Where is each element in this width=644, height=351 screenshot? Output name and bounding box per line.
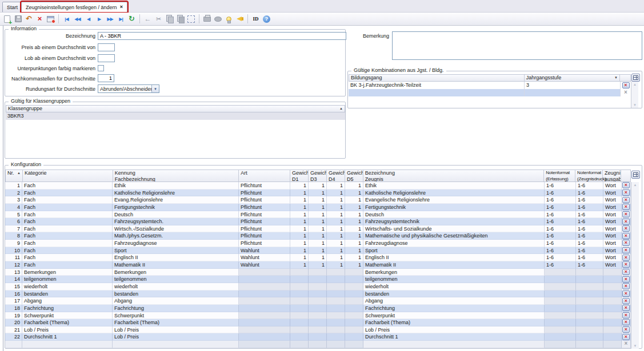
cell-delete[interactable]: × [622, 312, 631, 320]
cell-gewicht-d4[interactable] [327, 297, 345, 305]
cell-art[interactable]: Pflichtunt [239, 189, 290, 197]
cell-nr[interactable]: 11 [5, 254, 22, 261]
id-button[interactable]: ID [250, 14, 261, 25]
nav-next-fast-button[interactable]: ▶▶ [105, 14, 115, 25]
cell-nr[interactable]: 12 [5, 261, 22, 269]
cell-zeugnisausgabe[interactable]: Wort [603, 254, 622, 261]
delete-row-button[interactable]: × [622, 197, 630, 203]
cell-delete[interactable]: × [622, 326, 631, 334]
cell-nr[interactable]: 3 [5, 196, 22, 204]
nachkommastellen-input[interactable] [98, 74, 114, 82]
cell-delete[interactable]: × [621, 82, 631, 89]
delete-row-button[interactable]: × [622, 204, 630, 210]
cell-art[interactable] [239, 326, 290, 334]
cell-nr[interactable]: 7 [5, 225, 22, 233]
column-header-gewicht-d4[interactable]: Gewicht D4 [327, 170, 345, 181]
cell-bezeichnung-zeugnis[interactable]: Fachrichtung [363, 305, 545, 312]
cell-gewicht-d1[interactable]: 1 [290, 196, 309, 204]
cell-delete[interactable]: × [622, 297, 631, 305]
nav-next-button[interactable]: ▶ [94, 14, 105, 25]
cell-gewicht-d3[interactable] [309, 305, 327, 312]
cell-kategorie[interactable]: Abgang [22, 297, 113, 305]
cell-zeugnisausgabe[interactable]: Wort [603, 232, 622, 240]
cell-delete[interactable]: × [622, 225, 631, 233]
cell-gewicht-d4[interactable]: 1 [327, 211, 345, 219]
cell-notenformat-zeugnisdruck[interactable]: 1-6 [576, 204, 603, 211]
cell-zeugnisausgabe[interactable] [603, 283, 622, 291]
table-row[interactable]: 3 Fach Evang.Religionslehre Pflichtunt 1… [5, 196, 631, 204]
delete-row-button[interactable]: × [622, 326, 630, 333]
cell-bezeichnung-zeugnis[interactable]: Sport [363, 247, 545, 255]
cell-notenformat-zeugnisdruck[interactable]: 1-6 [576, 247, 603, 255]
delete-row-button[interactable]: × [622, 255, 630, 261]
cell-delete[interactable]: × [622, 182, 631, 189]
cell-nr[interactable]: 21 [5, 326, 22, 334]
cell-kennung[interactable]: bestanden [113, 291, 239, 298]
cell-gewicht-d1[interactable]: 1 [290, 247, 309, 255]
cell-gewicht-d3[interactable] [309, 312, 327, 320]
cell-notenformat-zeugnisdruck[interactable]: 1-6 [576, 218, 603, 225]
cell-nr[interactable]: 10 [5, 247, 22, 255]
delete-row-button[interactable]: × [622, 312, 630, 318]
cell-notenformat-erfassung[interactable] [545, 291, 576, 298]
cell-kennung[interactable]: Lob / Preis [113, 326, 239, 334]
cell-gewicht-d1[interactable] [290, 305, 309, 312]
table-row[interactable]: × [5, 341, 631, 348]
delete-row-button[interactable]: × [622, 240, 630, 246]
cell-zeugnisausgabe[interactable]: Wort [603, 204, 622, 211]
scrollbar-vertical[interactable]: ▲ ▼ [631, 182, 639, 349]
cell-gewicht-d3[interactable] [309, 333, 327, 341]
cell-gewicht-d4[interactable]: 1 [327, 240, 345, 247]
cell-kategorie[interactable]: Fach [22, 254, 113, 261]
cell-notenformat-zeugnisdruck[interactable]: 1-6 [576, 232, 603, 240]
scroll-down-icon[interactable]: ▼ [631, 102, 638, 108]
cell-notenformat-erfassung[interactable]: 1-6 [545, 261, 576, 269]
cell-zeugnisausgabe[interactable] [603, 319, 622, 326]
cell-bezeichnung-zeugnis[interactable]: Katholische Religionslehre [363, 189, 545, 197]
cell-gewicht-d5[interactable] [345, 283, 363, 291]
cell-bezeichnung-zeugnis[interactable] [363, 341, 545, 348]
cell-gewicht-d5[interactable] [345, 326, 363, 334]
cell-zeugnisausgabe[interactable] [603, 326, 622, 334]
delete-row-button[interactable]: × [622, 298, 630, 304]
cell-gewicht-d1[interactable] [290, 269, 309, 276]
cell-zeugnisausgabe[interactable]: Wort [603, 218, 622, 225]
cell-bezeichnung-zeugnis[interactable]: Lob / Preis [363, 326, 545, 334]
cell-zeugnisausgabe[interactable]: Wort [603, 182, 622, 189]
cell-kennung[interactable]: wiederholt [113, 283, 239, 291]
cell-notenformat-erfassung[interactable]: 1-6 [545, 182, 576, 189]
cell-gewicht-d4[interactable] [327, 326, 345, 334]
cell-kennung[interactable]: Bemerkungen [113, 269, 239, 276]
cell-bildungsgang[interactable]: BK 3-j.Fahrzeugtechnik-Teilzeit [349, 82, 525, 89]
cell-gewicht-d1[interactable] [290, 319, 309, 326]
cell-notenformat-zeugnisdruck[interactable]: 1-6 [576, 261, 603, 269]
save-button[interactable] [13, 14, 23, 25]
sort-asc-icon[interactable]: ▲ [339, 106, 343, 112]
cell-kennung[interactable]: Fahrzeugdiagnose [113, 240, 239, 247]
column-header-gewicht-d5[interactable]: Gewicht D5 [345, 170, 363, 181]
cell-gewicht-d5[interactable]: 1 [345, 254, 363, 261]
column-header-kennung[interactable]: Kennung Fachbezeichnung [113, 170, 239, 181]
cell-art[interactable]: Pflichtunt [239, 225, 290, 233]
cell-bezeichnung-zeugnis[interactable]: Schwerpunkt [363, 312, 545, 320]
cell-gewicht-d5[interactable]: 1 [345, 232, 363, 240]
cell-kategorie[interactable]: Durchschnitt 1 [22, 333, 113, 341]
cell-delete[interactable]: × [622, 218, 631, 225]
cell-bezeichnung-zeugnis[interactable]: Bemerkungen [363, 269, 545, 276]
cell-art[interactable] [239, 305, 290, 312]
table-row[interactable]: 11 Fach Englisch II Wahlunt 1 1 1 1 Engl… [5, 254, 631, 261]
cell-kategorie[interactable]: Fach [22, 189, 113, 197]
delete-row-button[interactable]: × [622, 247, 630, 253]
paste-button[interactable] [175, 14, 186, 25]
cell-kennung[interactable]: Fertigungstechnik [113, 204, 239, 211]
cell-gewicht-d4[interactable]: 1 [327, 261, 345, 269]
cell-gewicht-d4[interactable]: 1 [327, 196, 345, 204]
delete-row-button-disabled[interactable]: × [622, 341, 630, 347]
cell-notenformat-zeugnisdruck[interactable]: 1-6 [576, 196, 603, 204]
delete-row-button[interactable]: × [622, 319, 630, 325]
delete-row-button[interactable]: × [622, 305, 630, 311]
cell-kennung[interactable]: Sport [113, 247, 239, 255]
cell-kategorie[interactable]: Fach [22, 196, 113, 204]
cell-jahrgangsstufe[interactable] [525, 89, 621, 96]
cell-gewicht-d4[interactable] [327, 291, 345, 298]
